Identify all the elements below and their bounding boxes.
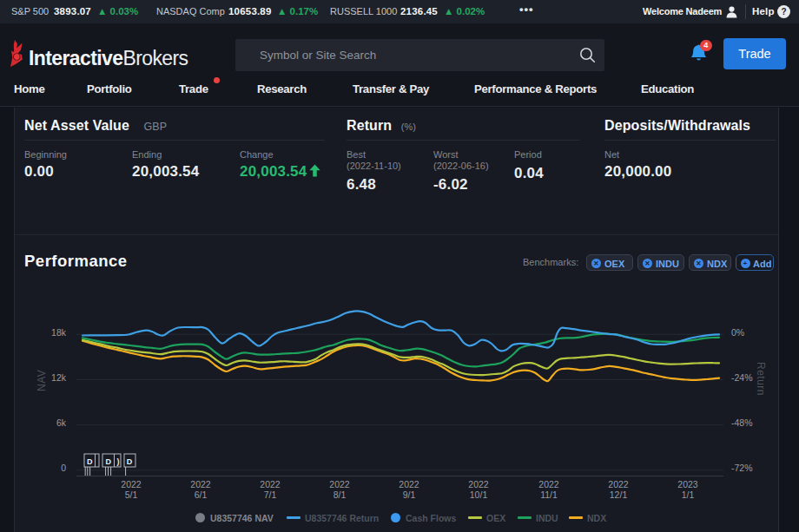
svg-text:?: ? [781,7,786,16]
svg-text:): ) [117,457,120,466]
svg-text:D: D [87,457,93,466]
svg-text:D: D [106,457,112,466]
svg-text:D: D [127,457,133,466]
